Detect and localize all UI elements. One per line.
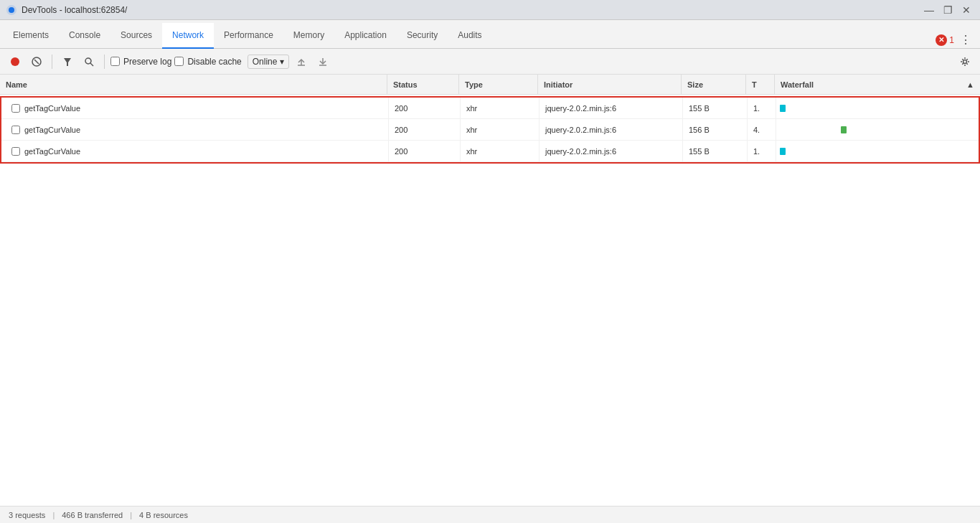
svg-marker-5 <box>64 58 71 66</box>
col-header-status[interactable]: Status <box>387 75 459 94</box>
row1-checkbox[interactable] <box>7 104 24 113</box>
transferred-size: 466 B transferred <box>62 511 123 519</box>
titlebar-title-area: DevTools - localhost:62854/ <box>6 4 127 16</box>
table-row[interactable]: getTagCurValue 200 xhr jquery-2.0.2.min.… <box>1 98 979 119</box>
table-row[interactable]: getTagCurValue 200 xhr jquery-2.0.2.min.… <box>1 141 979 162</box>
gear-icon <box>960 57 970 67</box>
row1-type: xhr <box>461 98 540 118</box>
toolbar-divider-1 <box>52 55 52 69</box>
tab-audits[interactable]: Audits <box>448 23 491 49</box>
chrome-devtools-icon <box>6 4 17 16</box>
row3-status: 200 <box>389 141 461 161</box>
col-header-size[interactable]: Size <box>682 75 746 94</box>
statusbar: 3 requests | 466 B transferred | 4 B res… <box>0 506 980 523</box>
record-button[interactable] <box>6 52 24 71</box>
more-options-button[interactable]: ⋮ <box>957 32 974 48</box>
toolbar-divider-2 <box>104 55 105 69</box>
row2-status: 200 <box>389 119 461 140</box>
minimize-button[interactable]: — <box>921 2 937 18</box>
filter-button[interactable] <box>58 52 77 71</box>
clear-icon <box>32 57 42 67</box>
svg-line-7 <box>90 63 93 66</box>
error-count: 1 <box>949 35 954 45</box>
svg-point-2 <box>11 57 19 66</box>
tab-elements[interactable]: Elements <box>3 23 59 49</box>
network-toolbar: Preserve log Disable cache Online ▾ <box>0 49 980 75</box>
svg-point-1 <box>9 7 14 13</box>
row2-waterfall <box>776 119 979 140</box>
error-circle-icon: ✕ <box>936 34 947 46</box>
resources-size: 4 B resources <box>139 511 188 519</box>
row2-type: xhr <box>461 119 540 140</box>
svg-line-4 <box>34 60 39 64</box>
throttling-select[interactable]: Online ▾ <box>248 55 290 69</box>
filter-icon <box>62 57 72 67</box>
settings-button[interactable] <box>956 52 974 71</box>
clear-button[interactable] <box>27 52 46 71</box>
record-icon <box>10 57 20 67</box>
search-icon <box>84 57 94 67</box>
row2-name-cell: getTagCurValue <box>1 119 389 140</box>
row1-t: 1. <box>748 98 776 118</box>
preserve-log-checkbox[interactable] <box>110 57 120 66</box>
requests-count: 3 requests <box>9 511 45 519</box>
download-icon <box>318 57 328 67</box>
tab-network[interactable]: Network <box>162 23 214 49</box>
throttling-chevron-icon: ▾ <box>280 57 284 67</box>
network-table-container: Name Status Type Initiator Size T Waterf… <box>0 75 980 506</box>
row2-waterfall-bar <box>841 126 847 133</box>
export-button[interactable] <box>314 52 332 71</box>
disable-cache-text: Disable cache <box>187 57 241 67</box>
selected-rows-group: getTagCurValue 200 xhr jquery-2.0.2.min.… <box>0 96 980 164</box>
row3-type: xhr <box>461 141 540 161</box>
svg-point-6 <box>85 58 91 64</box>
error-badge[interactable]: ✕ 1 <box>936 34 954 46</box>
col-header-t[interactable]: T <box>746 75 775 94</box>
titlebar: DevTools - localhost:62854/ — ❐ ✕ <box>0 0 980 20</box>
row3-name-text: getTagCurValue <box>24 147 382 156</box>
row1-size: 155 B <box>683 98 748 118</box>
svg-point-12 <box>963 60 967 63</box>
row2-checkbox[interactable] <box>7 126 24 134</box>
row2-name-text: getTagCurValue <box>24 126 382 134</box>
disable-cache-checkbox[interactable] <box>174 57 184 66</box>
col-header-name[interactable]: Name <box>0 75 387 94</box>
titlebar-title: DevTools - localhost:62854/ <box>22 5 127 15</box>
import-button[interactable] <box>292 52 311 71</box>
maximize-button[interactable]: ❐ <box>940 2 956 18</box>
close-button[interactable]: ✕ <box>958 2 974 18</box>
row2-t: 4. <box>748 119 776 140</box>
row1-status: 200 <box>389 98 461 118</box>
search-button[interactable] <box>80 52 98 71</box>
row3-size: 155 B <box>683 141 748 161</box>
row1-initiator: jquery-2.0.2.min.js:6 <box>540 98 683 118</box>
tab-console[interactable]: Console <box>59 23 110 49</box>
tab-security[interactable]: Security <box>397 23 448 49</box>
row3-initiator: jquery-2.0.2.min.js:6 <box>540 141 683 161</box>
table-header: Name Status Type Initiator Size T Waterf… <box>0 75 980 95</box>
row3-t: 1. <box>748 141 776 161</box>
col-header-waterfall[interactable]: Waterfall ▲ <box>775 75 980 94</box>
row3-checkbox[interactable] <box>7 147 24 156</box>
waterfall-label: Waterfall <box>781 80 814 89</box>
tab-sources[interactable]: Sources <box>110 23 162 49</box>
preserve-log-label[interactable]: Preserve log <box>110 57 171 67</box>
row1-waterfall <box>776 98 979 118</box>
tab-application[interactable]: Application <box>334 23 397 49</box>
status-divider-1: | <box>52 511 55 519</box>
preserve-log-text: Preserve log <box>123 57 171 67</box>
row1-name-cell: getTagCurValue <box>1 98 389 118</box>
row3-name-cell: getTagCurValue <box>1 141 389 161</box>
row3-waterfall-bar <box>780 148 786 155</box>
col-header-type[interactable]: Type <box>459 75 538 94</box>
disable-cache-label[interactable]: Disable cache <box>174 57 241 67</box>
sort-arrow-icon: ▲ <box>966 80 974 89</box>
upload-icon <box>296 57 306 67</box>
col-header-initiator[interactable]: Initiator <box>538 75 682 94</box>
row1-waterfall-bar <box>780 105 786 112</box>
tab-memory[interactable]: Memory <box>283 23 334 49</box>
tab-right-icons: ✕ 1 ⋮ <box>936 32 980 48</box>
table-row[interactable]: getTagCurValue 200 xhr jquery-2.0.2.min.… <box>1 119 979 141</box>
tab-performance[interactable]: Performance <box>214 23 283 49</box>
row1-name-text: getTagCurValue <box>24 104 382 113</box>
